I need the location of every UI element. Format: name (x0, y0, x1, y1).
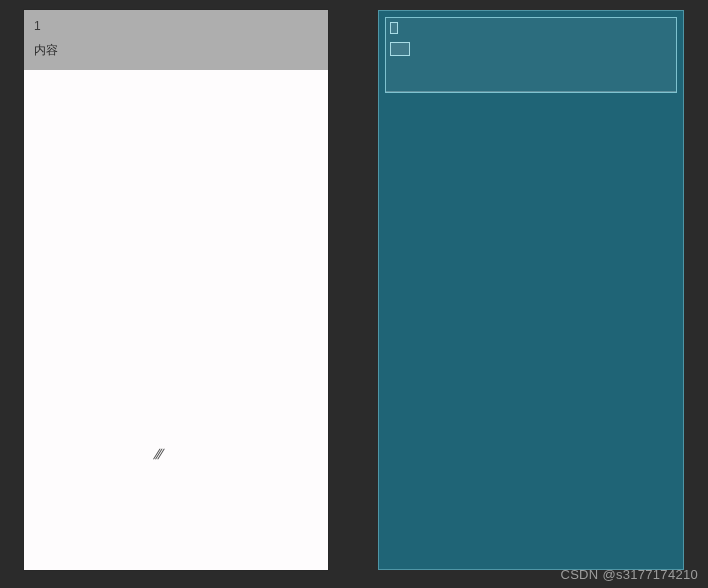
preview-top-panel[interactable]: 1 内容 (24, 10, 328, 70)
blueprint-top-panel[interactable] (385, 17, 677, 93)
preview-text-1[interactable]: 1 (34, 20, 318, 32)
device-preview[interactable]: 1 内容 (24, 10, 328, 570)
device-blueprint[interactable] (378, 10, 684, 570)
blueprint-text-content-bounds[interactable] (390, 42, 410, 56)
blueprint-text-1-bounds[interactable] (390, 22, 398, 34)
watermark-text: CSDN @s3177174210 (560, 567, 698, 582)
preview-text-content[interactable]: 内容 (34, 44, 318, 56)
designer-canvas: 1 内容 (0, 10, 708, 588)
